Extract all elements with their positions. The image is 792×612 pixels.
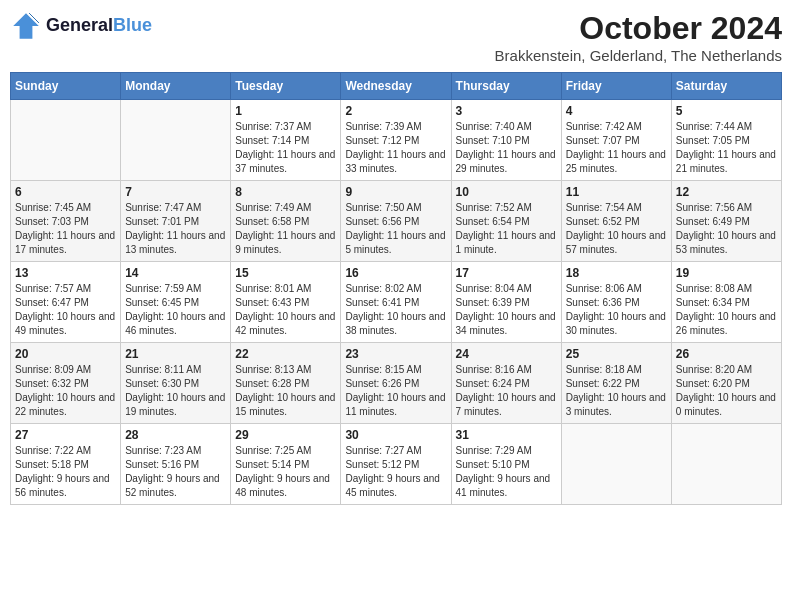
calendar-cell: 20Sunrise: 8:09 AM Sunset: 6:32 PM Dayli… [11, 343, 121, 424]
day-number: 3 [456, 104, 557, 118]
calendar-cell: 19Sunrise: 8:08 AM Sunset: 6:34 PM Dayli… [671, 262, 781, 343]
calendar-cell: 13Sunrise: 7:57 AM Sunset: 6:47 PM Dayli… [11, 262, 121, 343]
day-info: Sunrise: 8:18 AM Sunset: 6:22 PM Dayligh… [566, 363, 667, 419]
calendar-cell: 12Sunrise: 7:56 AM Sunset: 6:49 PM Dayli… [671, 181, 781, 262]
day-number: 13 [15, 266, 116, 280]
calendar-cell: 10Sunrise: 7:52 AM Sunset: 6:54 PM Dayli… [451, 181, 561, 262]
day-number: 30 [345, 428, 446, 442]
calendar-cell [671, 424, 781, 505]
day-info: Sunrise: 8:16 AM Sunset: 6:24 PM Dayligh… [456, 363, 557, 419]
calendar-cell [121, 100, 231, 181]
calendar-cell: 31Sunrise: 7:29 AM Sunset: 5:10 PM Dayli… [451, 424, 561, 505]
day-number: 31 [456, 428, 557, 442]
calendar-week-row: 6Sunrise: 7:45 AM Sunset: 7:03 PM Daylig… [11, 181, 782, 262]
day-number: 12 [676, 185, 777, 199]
calendar-week-row: 13Sunrise: 7:57 AM Sunset: 6:47 PM Dayli… [11, 262, 782, 343]
calendar-cell: 23Sunrise: 8:15 AM Sunset: 6:26 PM Dayli… [341, 343, 451, 424]
calendar-week-row: 1Sunrise: 7:37 AM Sunset: 7:14 PM Daylig… [11, 100, 782, 181]
weekday-header: Thursday [451, 73, 561, 100]
day-info: Sunrise: 7:27 AM Sunset: 5:12 PM Dayligh… [345, 444, 446, 500]
day-info: Sunrise: 7:40 AM Sunset: 7:10 PM Dayligh… [456, 120, 557, 176]
day-number: 7 [125, 185, 226, 199]
day-number: 27 [15, 428, 116, 442]
weekday-header: Monday [121, 73, 231, 100]
weekday-header: Saturday [671, 73, 781, 100]
calendar-cell: 29Sunrise: 7:25 AM Sunset: 5:14 PM Dayli… [231, 424, 341, 505]
calendar-cell: 24Sunrise: 8:16 AM Sunset: 6:24 PM Dayli… [451, 343, 561, 424]
day-info: Sunrise: 8:15 AM Sunset: 6:26 PM Dayligh… [345, 363, 446, 419]
day-info: Sunrise: 8:08 AM Sunset: 6:34 PM Dayligh… [676, 282, 777, 338]
day-info: Sunrise: 7:44 AM Sunset: 7:05 PM Dayligh… [676, 120, 777, 176]
day-number: 10 [456, 185, 557, 199]
day-info: Sunrise: 7:37 AM Sunset: 7:14 PM Dayligh… [235, 120, 336, 176]
calendar-cell: 8Sunrise: 7:49 AM Sunset: 6:58 PM Daylig… [231, 181, 341, 262]
logo-text: GeneralBlue [46, 16, 152, 36]
day-number: 29 [235, 428, 336, 442]
calendar-cell: 22Sunrise: 8:13 AM Sunset: 6:28 PM Dayli… [231, 343, 341, 424]
calendar-cell: 4Sunrise: 7:42 AM Sunset: 7:07 PM Daylig… [561, 100, 671, 181]
calendar-cell: 11Sunrise: 7:54 AM Sunset: 6:52 PM Dayli… [561, 181, 671, 262]
calendar-body: 1Sunrise: 7:37 AM Sunset: 7:14 PM Daylig… [11, 100, 782, 505]
day-info: Sunrise: 7:22 AM Sunset: 5:18 PM Dayligh… [15, 444, 116, 500]
weekday-header: Sunday [11, 73, 121, 100]
calendar-week-row: 20Sunrise: 8:09 AM Sunset: 6:32 PM Dayli… [11, 343, 782, 424]
calendar-cell: 5Sunrise: 7:44 AM Sunset: 7:05 PM Daylig… [671, 100, 781, 181]
day-number: 20 [15, 347, 116, 361]
day-number: 25 [566, 347, 667, 361]
calendar-cell: 18Sunrise: 8:06 AM Sunset: 6:36 PM Dayli… [561, 262, 671, 343]
logo: GeneralBlue [10, 10, 152, 42]
day-info: Sunrise: 7:49 AM Sunset: 6:58 PM Dayligh… [235, 201, 336, 257]
calendar-cell: 3Sunrise: 7:40 AM Sunset: 7:10 PM Daylig… [451, 100, 561, 181]
day-number: 2 [345, 104, 446, 118]
day-info: Sunrise: 7:59 AM Sunset: 6:45 PM Dayligh… [125, 282, 226, 338]
day-info: Sunrise: 7:25 AM Sunset: 5:14 PM Dayligh… [235, 444, 336, 500]
day-number: 11 [566, 185, 667, 199]
day-info: Sunrise: 7:42 AM Sunset: 7:07 PM Dayligh… [566, 120, 667, 176]
day-number: 1 [235, 104, 336, 118]
calendar-week-row: 27Sunrise: 7:22 AM Sunset: 5:18 PM Dayli… [11, 424, 782, 505]
day-info: Sunrise: 7:45 AM Sunset: 7:03 PM Dayligh… [15, 201, 116, 257]
calendar-cell [561, 424, 671, 505]
day-info: Sunrise: 8:02 AM Sunset: 6:41 PM Dayligh… [345, 282, 446, 338]
title-block: October 2024 Brakkenstein, Gelderland, T… [495, 10, 782, 64]
day-info: Sunrise: 7:29 AM Sunset: 5:10 PM Dayligh… [456, 444, 557, 500]
weekday-header: Friday [561, 73, 671, 100]
day-info: Sunrise: 7:50 AM Sunset: 6:56 PM Dayligh… [345, 201, 446, 257]
calendar-cell: 14Sunrise: 7:59 AM Sunset: 6:45 PM Dayli… [121, 262, 231, 343]
day-info: Sunrise: 7:56 AM Sunset: 6:49 PM Dayligh… [676, 201, 777, 257]
page-header: GeneralBlue October 2024 Brakkenstein, G… [10, 10, 782, 64]
calendar-cell: 1Sunrise: 7:37 AM Sunset: 7:14 PM Daylig… [231, 100, 341, 181]
day-number: 19 [676, 266, 777, 280]
calendar-cell: 25Sunrise: 8:18 AM Sunset: 6:22 PM Dayli… [561, 343, 671, 424]
day-number: 9 [345, 185, 446, 199]
day-number: 17 [456, 266, 557, 280]
calendar-header: SundayMondayTuesdayWednesdayThursdayFrid… [11, 73, 782, 100]
day-info: Sunrise: 7:39 AM Sunset: 7:12 PM Dayligh… [345, 120, 446, 176]
day-info: Sunrise: 8:11 AM Sunset: 6:30 PM Dayligh… [125, 363, 226, 419]
calendar-cell: 28Sunrise: 7:23 AM Sunset: 5:16 PM Dayli… [121, 424, 231, 505]
calendar-cell: 16Sunrise: 8:02 AM Sunset: 6:41 PM Dayli… [341, 262, 451, 343]
day-info: Sunrise: 8:13 AM Sunset: 6:28 PM Dayligh… [235, 363, 336, 419]
day-info: Sunrise: 7:23 AM Sunset: 5:16 PM Dayligh… [125, 444, 226, 500]
day-number: 4 [566, 104, 667, 118]
day-info: Sunrise: 7:54 AM Sunset: 6:52 PM Dayligh… [566, 201, 667, 257]
calendar-cell: 30Sunrise: 7:27 AM Sunset: 5:12 PM Dayli… [341, 424, 451, 505]
calendar-cell: 7Sunrise: 7:47 AM Sunset: 7:01 PM Daylig… [121, 181, 231, 262]
weekday-header: Wednesday [341, 73, 451, 100]
day-number: 15 [235, 266, 336, 280]
day-number: 5 [676, 104, 777, 118]
calendar-cell: 27Sunrise: 7:22 AM Sunset: 5:18 PM Dayli… [11, 424, 121, 505]
day-number: 22 [235, 347, 336, 361]
day-info: Sunrise: 8:20 AM Sunset: 6:20 PM Dayligh… [676, 363, 777, 419]
day-info: Sunrise: 8:06 AM Sunset: 6:36 PM Dayligh… [566, 282, 667, 338]
day-number: 8 [235, 185, 336, 199]
calendar-cell: 26Sunrise: 8:20 AM Sunset: 6:20 PM Dayli… [671, 343, 781, 424]
day-number: 21 [125, 347, 226, 361]
calendar-table: SundayMondayTuesdayWednesdayThursdayFrid… [10, 72, 782, 505]
calendar-cell: 15Sunrise: 8:01 AM Sunset: 6:43 PM Dayli… [231, 262, 341, 343]
day-number: 18 [566, 266, 667, 280]
day-number: 16 [345, 266, 446, 280]
calendar-cell: 2Sunrise: 7:39 AM Sunset: 7:12 PM Daylig… [341, 100, 451, 181]
weekday-header: Tuesday [231, 73, 341, 100]
location-title: Brakkenstein, Gelderland, The Netherland… [495, 47, 782, 64]
